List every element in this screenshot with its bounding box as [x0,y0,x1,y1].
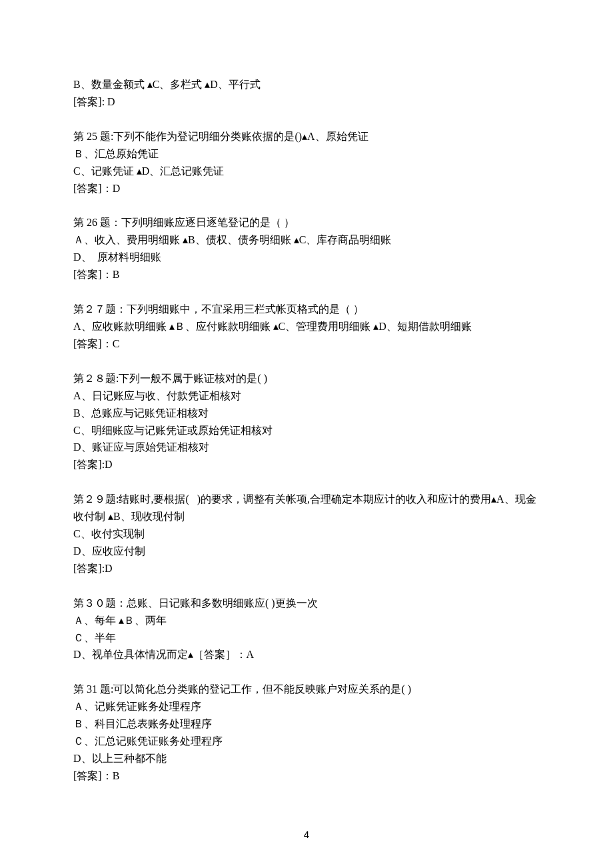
q29-opt-d: D、应收应付制 [73,543,540,560]
q28-answer: [答案]:D [73,456,540,473]
q28-opt-a: A、日记账应与收、付款凭证相核对 [73,387,540,405]
q29-answer: [答案]:D [73,560,540,577]
q28-opt-b: B、总账应与记账凭证相核对 [73,405,540,422]
block-spacer [73,111,540,128]
q30-title: 第３０题：总账、日记账和多数明细账应( )更换一次 [73,595,540,612]
block-spacer [73,197,540,214]
page-number: 4 [0,827,613,843]
block-spacer [73,473,540,491]
q29-opt-c: C、收付实现制 [73,525,540,543]
q28-opt-d: D、账证应与原始凭证相核对 [73,439,540,456]
q30-opt-d-answer: D、视单位具体情况而定▴［答案］：A [73,646,540,663]
q27-answer: [答案]：C [73,335,540,353]
document-page: B、数量金额式 ▴C、多栏式 ▴D、平行式 [答案]: D 第 25 题:下列不… [0,0,613,868]
q26-answer: [答案]：B [73,266,540,283]
block-spacer [73,663,540,681]
q30-opt-c: Ｃ、半年 [73,629,540,647]
q27-title: 第２７题：下列明细账中，不宜采用三栏式帐页格式的是（ ） [73,301,540,318]
q25-title: 第 25 题:下列不能作为登记明细分类账依据的是()▴A、原始凭证 [73,128,540,145]
q26-title: 第 26 题：下列明细账应逐日逐笔登记的是（ ） [73,214,540,231]
block-spacer [73,353,540,370]
block-spacer [73,577,540,595]
q26-opt-abc: Ａ、收入、费用明细账 ▴B、债权、债务明细账 ▴C、库存商品明细账 [73,231,540,249]
q28-opt-c: C、明细账应与记账凭证或原始凭证相核对 [73,422,540,439]
q31-opt-a: Ａ、记账凭证账务处理程序 [73,698,540,715]
q31-opt-c: Ｃ、汇总记账凭证账务处理程序 [73,733,540,750]
q25-opt-cd: C、记账凭证 ▴D、汇总记账凭证 [73,163,540,180]
q27-opts: A、应收账款明细账 ▴Ｂ、应付账款明细账 ▴C、管理费用明细账 ▴D、短期借款明… [73,318,540,335]
block-spacer [73,283,540,301]
q29-title: 第２９题:结账时,要根据( )的要求，调整有关帐项,合理确定本期应计的收入和应计… [73,491,540,525]
q28-title: 第２８题:下列一般不属于账证核对的是( ) [73,370,540,387]
q24-options: B、数量金额式 ▴C、多栏式 ▴D、平行式 [73,76,540,93]
q31-opt-b: Ｂ、科目汇总表账务处理程序 [73,715,540,733]
q30-opt-ab: Ａ、每年 ▴Ｂ、两年 [73,612,540,629]
q25-answer: [答案]：D [73,180,540,197]
q31-answer: [答案]：B [73,767,540,785]
q24-answer: [答案]: D [73,93,540,111]
q31-opt-d: D、以上三种都不能 [73,750,540,767]
q26-opt-d: D、 原材料明细账 [73,249,540,266]
q25-opt-b: Ｂ、汇总原始凭证 [73,145,540,163]
q31-title: 第 31 题:可以简化总分类账的登记工作，但不能反映账户对应关系的是( ) [73,681,540,698]
